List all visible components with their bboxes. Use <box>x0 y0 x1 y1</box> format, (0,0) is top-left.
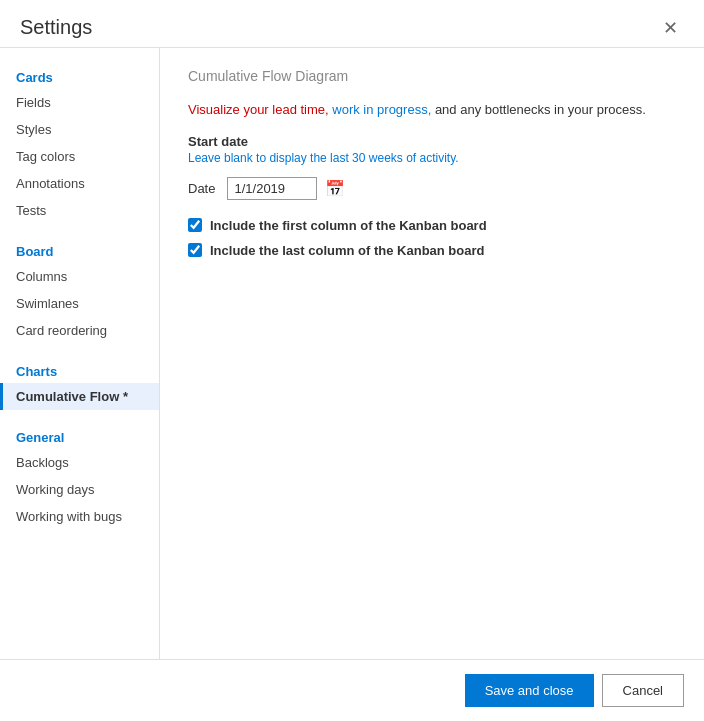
include-first-column-label: Include the first column of the Kanban b… <box>210 218 487 233</box>
sidebar-item-styles[interactable]: Styles <box>0 116 159 143</box>
sidebar-section-general[interactable]: General <box>0 420 159 449</box>
settings-dialog: Settings ✕ Cards Fields Styles Tag color… <box>0 0 704 721</box>
dialog-body: Cards Fields Styles Tag colors Annotatio… <box>0 48 704 659</box>
sidebar-item-tests[interactable]: Tests <box>0 197 159 224</box>
include-last-column-checkbox[interactable] <box>188 243 202 257</box>
sidebar-item-annotations[interactable]: Annotations <box>0 170 159 197</box>
sidebar-item-tag-colors[interactable]: Tag colors <box>0 143 159 170</box>
sidebar-section-board[interactable]: Board <box>0 234 159 263</box>
sidebar-divider-1 <box>0 224 159 234</box>
sidebar-divider-3 <box>0 410 159 420</box>
include-first-column-checkbox[interactable] <box>188 218 202 232</box>
cancel-button[interactable]: Cancel <box>602 674 684 707</box>
sidebar: Cards Fields Styles Tag colors Annotatio… <box>0 48 160 659</box>
calendar-icon[interactable]: 📅 <box>325 179 345 198</box>
sidebar-item-columns[interactable]: Columns <box>0 263 159 290</box>
dialog-title: Settings <box>20 16 92 39</box>
checkbox-row-first-column: Include the first column of the Kanban b… <box>188 218 676 233</box>
sidebar-item-cumulative-flow[interactable]: Cumulative Flow * <box>0 383 159 410</box>
close-button[interactable]: ✕ <box>657 17 684 39</box>
sidebar-section-cards[interactable]: Cards <box>0 60 159 89</box>
dialog-header: Settings ✕ <box>0 0 704 48</box>
start-date-label: Start date <box>188 134 676 149</box>
sidebar-item-backlogs[interactable]: Backlogs <box>0 449 159 476</box>
sidebar-divider-2 <box>0 344 159 354</box>
sidebar-item-fields[interactable]: Fields <box>0 89 159 116</box>
description-bottlenecks: and any bottlenecks in your process. <box>435 102 646 117</box>
sidebar-item-working-with-bugs[interactable]: Working with bugs <box>0 503 159 530</box>
description-wip: work in progress, <box>332 102 435 117</box>
checkbox-row-last-column: Include the last column of the Kanban bo… <box>188 243 676 258</box>
sidebar-section-charts[interactable]: Charts <box>0 354 159 383</box>
dialog-footer: Save and close Cancel <box>0 659 704 721</box>
date-label: Date <box>188 181 215 196</box>
date-input[interactable] <box>227 177 317 200</box>
date-row: Date 📅 <box>188 177 676 200</box>
include-last-column-label: Include the last column of the Kanban bo… <box>210 243 484 258</box>
description-lead-time: Visualize your lead time, <box>188 102 332 117</box>
start-date-hint: Leave blank to display the last 30 weeks… <box>188 151 676 165</box>
sidebar-item-working-days[interactable]: Working days <box>0 476 159 503</box>
description: Visualize your lead time, work in progre… <box>188 100 676 120</box>
section-heading: Cumulative Flow Diagram <box>188 68 676 84</box>
main-content: Cumulative Flow Diagram Visualize your l… <box>160 48 704 659</box>
sidebar-item-swimlanes[interactable]: Swimlanes <box>0 290 159 317</box>
save-and-close-button[interactable]: Save and close <box>465 674 594 707</box>
sidebar-item-card-reordering[interactable]: Card reordering <box>0 317 159 344</box>
